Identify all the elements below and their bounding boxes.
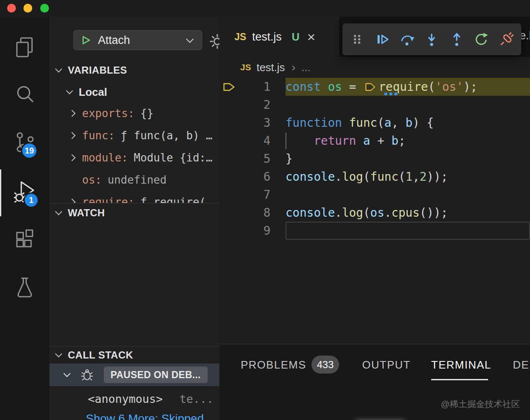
active-tab-underline xyxy=(431,379,488,380)
code-text: return a + b; xyxy=(286,132,530,150)
chevron-down-icon xyxy=(55,208,62,215)
debug-current-line-arrow-icon[interactable] xyxy=(219,78,239,96)
code-line[interactable]: 4 return a + b; xyxy=(219,132,530,150)
chevron-right-icon xyxy=(69,154,76,161)
debug-start-icon[interactable] xyxy=(80,35,91,46)
code-text: console.log(os.cpus()); xyxy=(286,204,530,222)
code-text xyxy=(286,186,530,204)
chevron-down-icon xyxy=(55,350,62,357)
javascript-file-icon: JS xyxy=(234,31,246,43)
variables-section-header[interactable]: VARIABLES xyxy=(49,62,219,79)
code-text: function func(a, b) { xyxy=(286,114,530,132)
sidebar-item-testing[interactable] xyxy=(12,275,37,300)
code-line[interactable]: 6console.log(func(1,2)); xyxy=(219,168,530,186)
tab-problems[interactable]: PROBLEMS xyxy=(241,359,306,371)
line-number: 7 xyxy=(239,186,270,204)
code-line[interactable]: 1const os = require('os'); xyxy=(219,78,530,96)
line-number: 3 xyxy=(239,114,270,132)
search-icon xyxy=(13,83,36,108)
restart-button[interactable] xyxy=(470,27,493,51)
chevron-right-icon: › xyxy=(292,61,296,74)
breadcrumb-ellipsis[interactable]: ... xyxy=(301,61,311,74)
variable-name: func: xyxy=(82,129,115,142)
disconnect-button[interactable] xyxy=(495,27,518,51)
variable-value: ƒ func(a, b) … xyxy=(121,129,212,142)
step-into-button[interactable] xyxy=(420,27,443,51)
sidebar-item-search[interactable] xyxy=(12,83,37,108)
call-stack-section-title: CALL STACK xyxy=(68,349,133,361)
code-line[interactable]: 8console.log(os.cpus()); xyxy=(219,204,530,222)
debug-config-dropdown[interactable]: Attach xyxy=(73,30,202,50)
line-number: 8 xyxy=(239,204,270,222)
code-text: console.log(func(1,2)); xyxy=(286,168,530,186)
scope-local-row[interactable]: Local xyxy=(67,84,107,100)
call-stack-section-header[interactable]: CALL STACK xyxy=(49,346,219,364)
code-line[interactable]: 5} xyxy=(219,150,530,168)
tab-debug-console[interactable]: DEB xyxy=(513,359,530,371)
breakpoint-margin[interactable] xyxy=(219,222,239,240)
variables-section-title: VARIABLES xyxy=(68,64,127,76)
titlebar xyxy=(0,0,530,17)
close-window-button[interactable] xyxy=(7,4,16,13)
debug-toolbar xyxy=(342,23,521,55)
variable-row[interactable]: module:Module {id:… xyxy=(49,146,219,169)
breakpoint-margin[interactable] xyxy=(219,96,239,114)
sidebar-item-extensions[interactable] xyxy=(12,227,37,252)
code-line[interactable]: 3function func(a, b) { xyxy=(219,114,530,132)
variable-row[interactable]: exports:{} xyxy=(49,102,219,124)
tab-title: test.js xyxy=(252,31,282,44)
zoom-window-button[interactable] xyxy=(40,4,49,13)
tab-terminal[interactable]: TERMINAL xyxy=(431,359,491,371)
variable-row[interactable]: os:undefined xyxy=(49,169,219,191)
tab-output[interactable]: OUTPUT xyxy=(362,359,411,371)
source-control-badge: 19 xyxy=(21,142,38,159)
watermark: @稀土掘金技术社区 xyxy=(441,398,520,410)
debug-sidebar: Attach VARIABLES Local exports:{}func:ƒ … xyxy=(49,17,219,420)
files-icon xyxy=(13,36,36,61)
continue-button[interactable] xyxy=(370,27,393,51)
variable-name: os: xyxy=(82,174,102,186)
breadcrumb: JS test.js › ... xyxy=(219,57,311,78)
watch-section-header[interactable]: WATCH xyxy=(49,203,219,222)
settings-gear-icon[interactable] xyxy=(208,33,219,52)
line-number: 9 xyxy=(239,222,270,240)
bug-icon xyxy=(80,368,94,382)
code-text: } xyxy=(286,150,530,168)
drag-handle-icon[interactable] xyxy=(346,27,368,51)
show-more-frames-link[interactable]: Show 6 More: Skipped xyxy=(86,412,204,420)
sidebar-item-explorer[interactable] xyxy=(12,36,37,61)
inline-hint-dots xyxy=(384,92,397,95)
line-number: 4 xyxy=(239,132,270,150)
git-untracked-badge: U xyxy=(292,31,300,44)
indent-guide xyxy=(286,133,286,149)
breadcrumb-file[interactable]: test.js xyxy=(257,61,285,74)
breakpoint-margin[interactable] xyxy=(219,150,239,168)
watch-section-title: WATCH xyxy=(68,207,105,219)
code-line[interactable]: 7 xyxy=(219,186,530,204)
tab-test-js[interactable]: JS test.js U × xyxy=(219,17,339,57)
code-line[interactable]: 9 xyxy=(219,222,530,240)
breakpoint-margin[interactable] xyxy=(219,132,239,150)
line-number: 6 xyxy=(239,168,270,186)
breakpoint-margin[interactable] xyxy=(219,168,239,186)
beaker-icon xyxy=(13,275,36,300)
inline-breakpoint-icon[interactable] xyxy=(365,78,376,96)
stack-frame-row[interactable]: <anonymous> te... xyxy=(88,389,214,409)
close-tab-icon[interactable]: × xyxy=(307,30,315,44)
variables-list: exports:{}func:ƒ func(a, b) …module:Modu… xyxy=(49,102,219,213)
breakpoint-margin[interactable] xyxy=(219,114,239,132)
call-stack-thread-row[interactable]: PAUSED ON DEB... xyxy=(49,364,219,386)
stack-frame-name: <anonymous> xyxy=(88,392,163,405)
step-over-button[interactable] xyxy=(396,27,418,51)
code-line[interactable]: 2 xyxy=(219,96,530,114)
breakpoint-margin[interactable] xyxy=(219,204,239,222)
javascript-file-icon: JS xyxy=(240,62,251,72)
code-lines[interactable]: 1const os = require('os');23function fun… xyxy=(219,78,530,240)
variable-row[interactable]: func:ƒ func(a, b) … xyxy=(49,124,219,146)
breakpoint-margin[interactable] xyxy=(219,186,239,204)
stack-frame-location: te... xyxy=(180,392,214,405)
chevron-right-icon xyxy=(69,110,76,117)
minimize-window-button[interactable] xyxy=(23,4,32,13)
step-out-button[interactable] xyxy=(445,27,468,51)
vscode-window: 19 1 xyxy=(0,0,530,420)
